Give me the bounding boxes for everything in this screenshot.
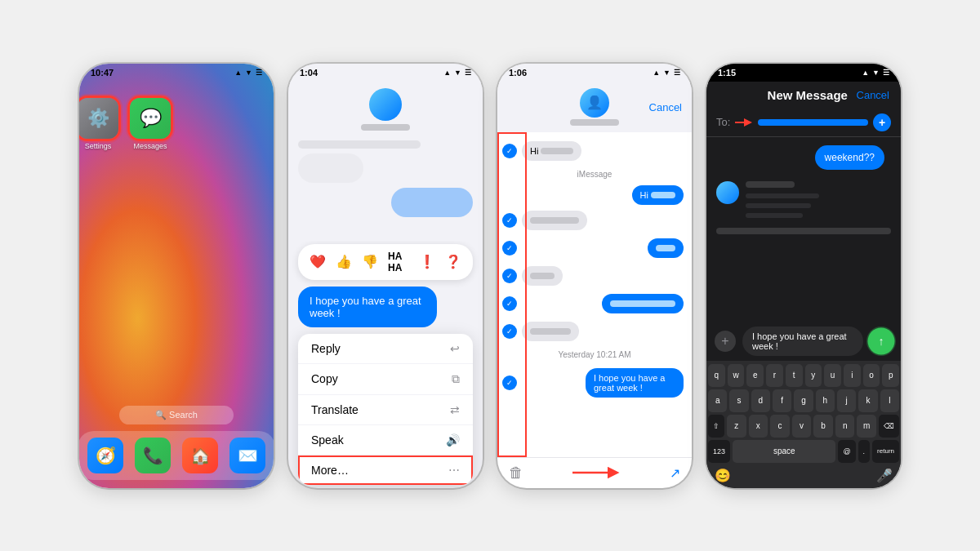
dock-phone[interactable]: 📞 [135,438,171,473]
incoming-bubble-2 [522,211,587,230]
key-a[interactable]: a [708,389,727,412]
context-speak[interactable]: Speak 🔊 [298,425,473,455]
key-e[interactable]: e [746,364,764,387]
contact-avatar: 👤 [580,88,609,118]
key-at[interactable]: @ [838,440,855,463]
reaction-thumbdown[interactable]: 👎 [362,254,378,269]
timestamp-label: Yesterday 10:21 AM [497,347,692,362]
reaction-haha[interactable]: HA HA [388,251,409,273]
key-m[interactable]: m [857,415,876,438]
search-icon: 🔍 [155,410,169,420]
key-space[interactable]: space [733,440,835,463]
phone-3-forward: 1:06 ▲▼☰ 👤 Cancel ✓ Hi iMessage [497,64,692,488]
outgoing-bubble-final: I hope you have a great week ! [586,368,684,398]
key-return[interactable]: return [872,440,899,463]
incoming-bubble-4 [522,322,579,341]
dock-home[interactable]: 🏠 [182,438,218,473]
outgoing-bubble-2 [648,238,684,258]
context-more-icon: ⋯ [448,464,460,477]
app-icon-settings[interactable]: ⚙️ Settings [79,98,118,139]
compose-plus-button[interactable]: + [715,331,736,352]
key-123[interactable]: 123 [708,440,730,463]
forward-arrow [572,466,621,479]
context-speak-icon: 🔊 [446,433,460,447]
context-translate[interactable]: Translate ⇄ [298,395,473,425]
context-more[interactable]: More… ⋯ [298,455,473,485]
trash-icon[interactable]: 🗑 [509,464,523,482]
app-label-settings: Settings [85,142,112,150]
key-g[interactable]: g [794,389,813,412]
select-check-6[interactable]: ✓ [502,324,517,339]
key-d[interactable]: d [751,389,770,412]
context-copy-icon: ⧉ [452,372,460,386]
key-p[interactable]: p [882,364,899,387]
key-f[interactable]: f [773,389,791,412]
key-l[interactable]: l [880,389,899,412]
key-i[interactable]: i [844,364,861,387]
key-delete[interactable]: ⌫ [879,415,899,438]
chat-row-1: ✓ Hi [497,139,692,163]
contact-detail-blur2 [746,203,811,208]
context-reply[interactable]: Reply ↩ [298,334,473,364]
select-check-2[interactable]: ✓ [502,213,517,228]
add-recipient-button[interactable]: + [873,113,891,131]
reaction-exclaim[interactable]: ❗ [419,254,435,269]
key-v[interactable]: v [792,415,812,438]
app-icon-messages[interactable]: 💬 Messages [130,98,171,139]
status-time-4: 1:15 [718,68,736,78]
status-time-1: 10:47 [91,68,114,78]
key-shift[interactable]: ⇧ [708,415,724,438]
key-s[interactable]: s [729,389,748,412]
status-bar-3: 1:06 ▲▼☰ [497,64,692,82]
emoji-icon[interactable]: 😊 [715,468,731,483]
dock-mail[interactable]: ✉️ [229,438,265,473]
cancel-button-4[interactable]: Cancel [857,89,889,101]
key-t[interactable]: t [786,364,803,387]
key-w[interactable]: w [728,364,745,387]
contact-row-1 [716,181,891,218]
key-x[interactable]: x [749,415,768,438]
key-o[interactable]: o [863,364,880,387]
reaction-heart[interactable]: ❤️ [310,254,326,269]
dock-safari[interactable]: 🧭 [87,438,123,473]
key-q[interactable]: q [708,364,725,387]
select-check-1[interactable]: ✓ [502,144,517,158]
reaction-thumbup[interactable]: 👍 [336,254,352,269]
select-check-5[interactable]: ✓ [502,296,517,311]
status-time-2: 1:04 [300,68,318,78]
select-check-7[interactable]: ✓ [502,375,517,390]
key-k[interactable]: k [858,389,877,412]
key-u[interactable]: u [824,364,841,387]
key-c[interactable]: c [770,415,790,438]
context-copy-label: Copy [311,372,338,385]
forward-share-icon[interactable]: ↗ [670,465,680,481]
keyboard-row-z: ⇧ z x c v b n m ⌫ [708,415,899,438]
select-check-3[interactable]: ✓ [502,241,517,256]
key-period[interactable]: . [858,440,871,463]
new-message-title: New Message [768,88,848,102]
search-placeholder: Search [169,410,198,420]
cancel-button[interactable]: Cancel [649,100,682,113]
context-copy[interactable]: Copy ⧉ [298,364,473,395]
key-y[interactable]: y [805,364,822,387]
context-reply-label: Reply [311,342,341,355]
highlighted-message: I hope you have a great week ! [298,287,437,327]
context-speak-label: Speak [311,433,344,447]
status-bar-2: 1:04 ▲▼☰ [288,64,483,82]
key-n[interactable]: n [835,415,855,438]
homescreen-content: ⚙️ Settings 💬 Messages 🔍 Search 🧭 📞 🏠 [79,64,274,488]
key-z[interactable]: z [727,415,746,438]
mic-icon[interactable]: 🎤 [876,468,893,483]
key-h[interactable]: h [816,389,835,412]
select-check-4[interactable]: ✓ [502,269,517,283]
search-bar[interactable]: 🔍 Search [119,406,234,424]
bottom-actions: 🗑 ↗ [497,457,692,488]
reaction-question[interactable]: ❓ [445,254,461,269]
send-button[interactable]: ↑ [870,330,893,353]
key-b[interactable]: b [813,415,833,438]
phone-2-context-menu: 1:04 ▲▼☰ ❤️ 👍 👎 HA HA ❗ ❓ I hope you [288,64,483,488]
key-r[interactable]: r [766,364,783,387]
key-j[interactable]: j [837,389,856,412]
chat-row-4: ✓ [497,264,692,288]
compose-input[interactable]: I hope you have a great week ! [742,327,863,356]
